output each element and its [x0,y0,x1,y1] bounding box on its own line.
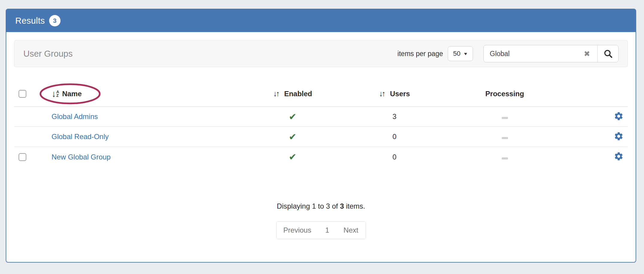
sort-alpha-desc-icon: ↓ A Z [52,89,59,98]
results-count-badge: 3 [49,15,61,26]
enabled-check-icon: ✔ [289,132,297,142]
items-per-page-label: items per page [397,50,443,58]
search-group: ✖ [483,45,619,62]
page-size-select[interactable]: 50 ▼ [448,46,473,61]
group-name-link[interactable]: Global Admins [52,112,98,121]
users-count: 0 [332,153,457,161]
gear-icon [614,131,624,141]
panel-body: User Groups items per page 50 ▼ ✖ [6,32,636,247]
table-header-row: ↓ A Z Name ↓↑ Enabled ↓↑ Users [14,81,628,107]
clear-search-icon[interactable]: ✖ [582,49,592,58]
caret-down-icon: ▼ [463,52,468,56]
users-count: 3 [332,112,457,121]
panel-title: Results [15,16,45,26]
row-settings-button[interactable] [614,131,624,142]
column-header-users[interactable]: ↓↑ Users [332,90,457,98]
gear-icon [614,151,624,161]
enabled-check-icon: ✔ [289,152,297,162]
table-toolbar: User Groups items per page 50 ▼ ✖ [14,40,628,67]
magnifier-icon [603,49,613,58]
search-input[interactable] [490,50,582,58]
sort-both-icon: ↓↑ [273,90,280,97]
table-row: New Global Group ✔ 0 [14,147,628,167]
previous-page-button[interactable]: Previous [276,222,318,239]
processing-dash-icon [502,117,508,119]
users-count: 0 [332,133,457,141]
row-settings-button[interactable] [614,111,624,122]
page-size-value: 50 [453,50,460,58]
select-all-checkbox[interactable] [19,90,26,98]
total-items-count: 3 [340,202,344,210]
column-header-name[interactable]: ↓ A Z Name [35,89,254,98]
page-background: { "panel": { "title": "Results", "badge_… [0,0,644,274]
column-header-enabled[interactable]: ↓↑ Enabled [254,90,332,98]
results-panel: Results 3 User Groups items per page 50 … [6,9,636,263]
enabled-check-icon: ✔ [289,112,297,122]
pagination: Previous 1 Next [14,221,628,239]
processing-dash-icon [502,157,508,159]
row-settings-button[interactable] [614,151,624,162]
group-name-link[interactable]: New Global Group [52,153,111,161]
row-checkbox[interactable] [19,153,26,161]
search-field: ✖ [484,45,598,62]
current-page-button[interactable]: 1 [318,222,336,239]
toolbar-title: User Groups [23,49,397,59]
gear-icon [614,111,624,121]
table-row: Global Admins ✔ 3 [14,107,628,127]
processing-dash-icon [502,137,508,139]
results-panel-header: Results 3 [6,9,636,32]
group-name-link[interactable]: Global Read-Only [52,133,109,141]
next-page-button[interactable]: Next [336,222,366,239]
sort-both-icon: ↓↑ [379,90,386,97]
pagination-summary: Displaying 1 to 3 of 3 items. [14,202,628,210]
search-button[interactable] [598,45,618,62]
column-header-processing: Processing [457,90,552,98]
user-groups-table: ↓ A Z Name ↓↑ Enabled ↓↑ Users [14,81,628,167]
table-row: Global Read-Only ✔ 0 [14,127,628,147]
